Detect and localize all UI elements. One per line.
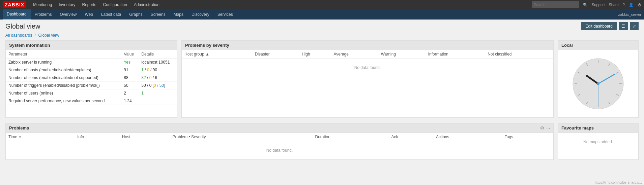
problems-severity-panel-header: Problems by severity (182, 41, 553, 50)
edit-dashboard-button[interactable]: Edit dashboard (581, 22, 617, 30)
problems-panel: Problems ⚙ ··· Time ▼ Info Host Problem … (5, 123, 554, 160)
power-icon[interactable]: ⏻ (638, 3, 641, 7)
severity-table: Host group ▲ Disaster High Average Warni… (182, 50, 553, 77)
nav-tab-overview[interactable]: Overview (56, 9, 81, 20)
nav-tab-graphs[interactable]: Graphs (125, 9, 146, 20)
username-display: zabbix_server (618, 12, 641, 16)
nav-item-configuration[interactable]: Configuration (100, 0, 130, 9)
problems-table: Time ▼ Info Host Problem • Severity Dura… (6, 133, 553, 159)
system-info-details: 1 / 0 / 90 (139, 66, 177, 74)
page-header-actions: Edit dashboard ☰ ⤢ (581, 22, 639, 30)
col-not-classified: Not classified (485, 50, 553, 59)
breadcrumb: All dashboards / Global view (0, 32, 644, 40)
settings-icon-button[interactable]: ⚙ (540, 125, 544, 131)
support-link[interactable]: Support (592, 3, 605, 7)
system-info-details: 50 / 0 [0 / 50] (139, 82, 177, 89)
favourite-maps-panel-header: Favourite maps (558, 123, 638, 133)
system-info-row: Number of users (online)21 (6, 89, 177, 97)
col-duration: Duration (313, 133, 389, 141)
breadcrumb-current[interactable]: Global view (38, 33, 59, 38)
col-information: Information (426, 50, 485, 59)
nav-item-administration[interactable]: Administration (130, 0, 163, 9)
system-info-parameter: Zabbix server is running (6, 59, 121, 66)
problems-no-data: No data found. (6, 141, 553, 160)
nav-item-monitoring[interactable]: Monitoring (30, 0, 55, 9)
list-view-button[interactable]: ☰ (619, 22, 628, 30)
problems-panel-title: Problems (9, 125, 29, 131)
time-sort-arrow[interactable]: ▼ (19, 135, 22, 139)
system-info-value: 1.24 (121, 97, 139, 105)
page-title: Global view (5, 23, 40, 30)
system-info-details (139, 97, 177, 105)
nav-tab-discovery[interactable]: Discovery (187, 9, 213, 20)
col-disaster: Disaster (252, 50, 299, 59)
page-header: Global view Edit dashboard ☰ ⤢ (0, 20, 644, 32)
nav-tab-dashboard[interactable]: Dashboard (3, 9, 31, 20)
breadcrumb-separator: / (35, 33, 36, 38)
system-info-value: 88 (121, 74, 139, 82)
system-info-parameter: Number of items (enabled/disabled/not su… (6, 74, 121, 82)
nav-tab-screens[interactable]: Screens (147, 9, 170, 20)
second-nav-items: Dashboard Problems Overview Web Latest d… (3, 9, 237, 20)
system-info-value: Yes (121, 59, 139, 66)
clock-container (558, 50, 638, 117)
clock-face (571, 57, 625, 111)
system-info-panel-header: System information (6, 41, 177, 50)
main-content-row2: Problems ⚙ ··· Time ▼ Info Host Problem … (0, 123, 644, 165)
nav-tab-web[interactable]: Web (81, 9, 97, 20)
local-clock-panel-header: Local (558, 41, 638, 50)
problems-panel-header: Problems ⚙ ··· (6, 123, 553, 133)
system-info-row: Number of triggers (enabled/disabled [pr… (6, 82, 177, 89)
nav-tab-services[interactable]: Services (213, 9, 237, 20)
expand-button[interactable]: ⤢ (630, 22, 639, 30)
col-problem-severity: Problem • Severity (170, 133, 313, 141)
system-info-value: 91 (121, 66, 139, 74)
system-info-parameter: Number of hosts (enabled/disabled/templa… (6, 66, 121, 74)
local-clock-panel: Local (558, 40, 639, 118)
col-warning: Warning (378, 50, 426, 59)
col-parameter: Parameter (6, 50, 121, 59)
system-info-row: Number of items (enabled/disabled/not su… (6, 74, 177, 82)
col-details: Details (139, 50, 177, 59)
favourite-maps-panel: Favourite maps No maps added. (558, 123, 639, 160)
nav-tab-maps[interactable]: Maps (170, 9, 187, 20)
system-info-details: localhost:10051 (139, 59, 177, 66)
system-info-row: Required server performance, new values … (6, 97, 177, 105)
logo: ZABBIX (3, 1, 26, 8)
main-content-row1: System information Parameter Value Detai… (0, 40, 644, 123)
more-options-button[interactable]: ··· (546, 125, 550, 131)
help-icon[interactable]: ? (623, 3, 625, 7)
top-nav-items: Monitoring Inventory Reports Configurati… (30, 0, 163, 9)
col-info: Info (75, 133, 119, 141)
col-tags: Tags (502, 133, 553, 141)
system-info-parameter: Number of triggers (enabled/disabled [pr… (6, 82, 121, 89)
nav-tab-latest-data[interactable]: Latest data (97, 9, 125, 20)
system-info-value: 2 (121, 89, 139, 97)
breadcrumb-all-dashboards[interactable]: All dashboards (5, 33, 32, 38)
nav-item-inventory[interactable]: Inventory (55, 0, 79, 9)
system-info-row: Number of hosts (enabled/disabled/templa… (6, 66, 177, 74)
col-average: Average (331, 50, 378, 59)
col-host: Host (119, 133, 170, 141)
nav-item-reports[interactable]: Reports (79, 0, 100, 9)
col-time: Time ▼ (6, 133, 75, 141)
search-icon[interactable]: 🔍 (583, 3, 588, 7)
top-nav-right: 🔍 Support Share ? 👤 ⏻ (532, 1, 641, 8)
favourite-maps-no-data: No maps added. (558, 133, 638, 151)
severity-no-data: No data found. (182, 59, 553, 77)
system-info-row: Zabbix server is runningYeslocalhost:100… (6, 59, 177, 66)
search-input[interactable] (532, 1, 579, 8)
system-info-panel: System information Parameter Value Detai… (5, 40, 177, 118)
svg-point-16 (597, 82, 599, 85)
system-info-value: 50 (121, 82, 139, 89)
share-link[interactable]: Share (609, 3, 619, 7)
col-value: Value (121, 50, 139, 59)
col-host-group: Host group ▲ (182, 50, 252, 59)
system-info-parameter: Number of users (online) (6, 89, 121, 97)
nav-tab-problems[interactable]: Problems (31, 9, 56, 20)
col-actions: Actions (433, 133, 502, 141)
user-icon[interactable]: 👤 (629, 3, 634, 7)
col-high: High (299, 50, 331, 59)
system-info-parameter: Required server performance, new values … (6, 97, 121, 105)
second-navigation: Dashboard Problems Overview Web Latest d… (0, 9, 644, 20)
